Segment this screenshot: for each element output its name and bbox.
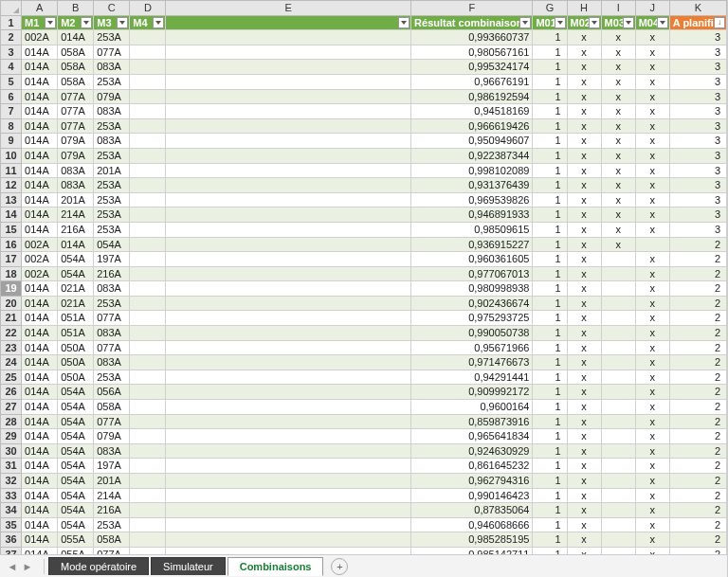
cell-g[interactable]: 1: [533, 74, 567, 89]
row-header[interactable]: 19: [1, 281, 22, 297]
cell-e[interactable]: [166, 517, 411, 532]
cell-m03[interactable]: x: [635, 474, 669, 489]
cell-m02[interactable]: [601, 311, 635, 326]
row-header[interactable]: 2: [1, 30, 22, 45]
cell-m3[interactable]: 253A: [94, 118, 130, 134]
cell-m02[interactable]: x: [601, 222, 635, 237]
sheet-tab[interactable]: Combinaisons: [228, 557, 324, 576]
row-header[interactable]: 12: [1, 178, 22, 193]
cell-m1[interactable]: 014A: [22, 488, 58, 503]
cell-e[interactable]: [166, 134, 411, 149]
cell-g[interactable]: 1: [533, 89, 567, 104]
cell-m01[interactable]: x: [567, 281, 601, 297]
cell-e[interactable]: [166, 459, 411, 474]
filter-dropdown-icon[interactable]: [657, 17, 668, 28]
filter-dropdown-icon[interactable]: [555, 17, 566, 28]
table-header-cell[interactable]: M2: [58, 15, 94, 30]
cell-e[interactable]: [166, 503, 411, 518]
cell-m02[interactable]: x: [601, 118, 635, 134]
cell-m03[interactable]: x: [635, 134, 669, 149]
cell-m02[interactable]: [601, 400, 635, 415]
cell-m2[interactable]: 077A: [58, 104, 94, 119]
cell-m02[interactable]: [601, 296, 635, 311]
cell-m02[interactable]: [601, 281, 635, 297]
cell-m02[interactable]: [601, 266, 635, 281]
cell-m4[interactable]: [130, 45, 166, 60]
cell-m03[interactable]: x: [635, 178, 669, 193]
sheet-tab[interactable]: Mode opératoire: [48, 557, 149, 575]
cell-m4[interactable]: [130, 340, 166, 355]
cell-e[interactable]: [166, 311, 411, 326]
cell-m1[interactable]: 014A: [22, 134, 58, 149]
cell-e[interactable]: [166, 414, 411, 429]
cell-planifier[interactable]: 2: [669, 547, 726, 554]
cell-result[interactable]: 0,980998938: [411, 281, 533, 297]
row-header[interactable]: 3: [1, 45, 22, 60]
cell-m1[interactable]: 002A: [22, 237, 58, 252]
cell-e[interactable]: [166, 60, 411, 75]
cell-m01[interactable]: x: [567, 532, 601, 548]
cell-e[interactable]: [166, 281, 411, 297]
cell-m02[interactable]: [601, 414, 635, 429]
cell-m02[interactable]: [601, 459, 635, 474]
cell-m1[interactable]: 014A: [22, 89, 58, 104]
cell-m1[interactable]: 014A: [22, 443, 58, 459]
cell-planifier[interactable]: 2: [669, 266, 726, 281]
cell-planifier[interactable]: 3: [669, 134, 726, 149]
cell-m2[interactable]: 214A: [58, 207, 94, 223]
cell-result[interactable]: 0,87835064: [411, 503, 533, 518]
cell-result[interactable]: 0,980567161: [411, 45, 533, 60]
cell-g[interactable]: 1: [533, 296, 567, 311]
row-header[interactable]: 33: [1, 488, 22, 503]
cell-planifier[interactable]: 3: [669, 60, 726, 75]
cell-m3[interactable]: 083A: [94, 134, 130, 149]
cell-m02[interactable]: [601, 547, 635, 554]
cell-m2[interactable]: 216A: [58, 222, 94, 237]
cell-m03[interactable]: x: [635, 340, 669, 355]
cell-m2[interactable]: 054A: [58, 429, 94, 444]
cell-g[interactable]: 1: [533, 414, 567, 429]
row-header[interactable]: 5: [1, 74, 22, 89]
row-header[interactable]: 26: [1, 385, 22, 400]
cell-e[interactable]: [166, 74, 411, 89]
cell-m2[interactable]: 083A: [58, 163, 94, 178]
col-header-E[interactable]: E: [166, 1, 411, 16]
cell-m1[interactable]: 014A: [22, 532, 58, 548]
filter-dropdown-icon[interactable]: [117, 17, 128, 28]
cell-m4[interactable]: [130, 281, 166, 297]
cell-m02[interactable]: x: [601, 207, 635, 223]
cell-m2[interactable]: 051A: [58, 326, 94, 341]
cell-planifier[interactable]: 2: [669, 429, 726, 444]
cell-g[interactable]: 1: [533, 30, 567, 45]
cell-result[interactable]: 0,985142711: [411, 547, 533, 554]
row-header[interactable]: 7: [1, 104, 22, 119]
cell-m2[interactable]: 079A: [58, 134, 94, 149]
col-header-A[interactable]: A: [22, 1, 58, 16]
cell-m3[interactable]: 079A: [94, 89, 130, 104]
row-header[interactable]: 31: [1, 459, 22, 474]
table-header-cell[interactable]: M3: [94, 15, 130, 30]
cell-m3[interactable]: 077A: [94, 45, 130, 60]
cell-m3[interactable]: 077A: [94, 414, 130, 429]
cell-planifier[interactable]: 3: [669, 148, 726, 163]
cell-m2[interactable]: 058A: [58, 45, 94, 60]
cell-m1[interactable]: 014A: [22, 385, 58, 400]
cell-e[interactable]: [166, 474, 411, 489]
cell-result[interactable]: 0,96676191: [411, 74, 533, 89]
cell-planifier[interactable]: 2: [669, 252, 726, 267]
cell-m01[interactable]: x: [567, 30, 601, 45]
cell-m3[interactable]: 083A: [94, 104, 130, 119]
cell-m3[interactable]: 083A: [94, 60, 130, 75]
cell-g[interactable]: 1: [533, 45, 567, 60]
table-header-cell[interactable]: [166, 15, 411, 30]
cell-m1[interactable]: 014A: [22, 281, 58, 297]
col-header-I[interactable]: I: [601, 1, 635, 16]
cell-m03[interactable]: x: [635, 222, 669, 237]
sheet-tab[interactable]: Simulateur: [151, 557, 226, 575]
cell-e[interactable]: [166, 207, 411, 223]
cell-g[interactable]: 1: [533, 207, 567, 223]
cell-m01[interactable]: x: [567, 296, 601, 311]
cell-m01[interactable]: x: [567, 178, 601, 193]
cell-m03[interactable]: x: [635, 148, 669, 163]
cell-m2[interactable]: 055A: [58, 532, 94, 548]
